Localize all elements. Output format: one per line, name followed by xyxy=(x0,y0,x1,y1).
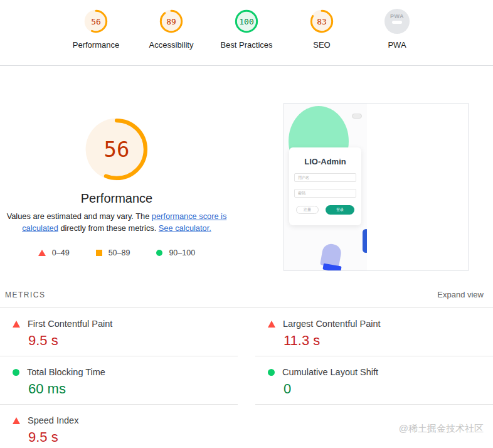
best-practices-score: 100 xyxy=(234,9,259,34)
thumbnail-password-field: 密码 xyxy=(294,189,356,198)
score-legend: 0–49 50–89 90–100 xyxy=(38,248,195,257)
thumbnail-login-button: 登录 xyxy=(326,205,354,215)
legend-range: 0–49 xyxy=(52,248,70,257)
fail-triangle-icon xyxy=(13,417,20,424)
performance-big-score: 56 xyxy=(83,116,150,183)
legend-range: 50–89 xyxy=(109,248,130,257)
see-calculator-link[interactable]: See calculator. xyxy=(159,223,211,233)
metrics-left-column: First Contentful Paint 9.5 s Total Block… xyxy=(0,308,238,448)
seo-gauge: 83 xyxy=(309,9,334,34)
performance-summary-section: 56 Performance Values are estimated and … xyxy=(0,66,493,271)
desc-text: Values are estimated and may vary. The xyxy=(7,211,152,221)
expand-view-button[interactable]: Expand view xyxy=(437,290,484,299)
pwa-dash-icon xyxy=(392,21,402,24)
score-label: Accessibility xyxy=(149,40,194,50)
metric-name: Speed Index xyxy=(28,415,78,425)
thumbnail-app-title: LIO-Admin xyxy=(289,157,361,166)
fail-triangle-icon xyxy=(38,250,46,256)
metric-value: 9.5 s xyxy=(28,429,238,445)
metric-largest-contentful-paint: Largest Contentful Paint 11.3 s xyxy=(255,308,493,356)
score-item-seo[interactable]: 83 SEO xyxy=(284,9,359,50)
page-screenshot-thumbnail: LIO-Admin 用户名 密码 注册 登录 xyxy=(284,104,367,270)
metric-name: Total Blocking Time xyxy=(27,367,105,377)
score-label: Best Practices xyxy=(220,40,272,50)
screenshot-panel: LIO-Admin 用户名 密码 注册 登录 xyxy=(284,103,469,271)
thumbnail-username-field: 用户名 xyxy=(294,173,356,182)
metric-value: 9.5 s xyxy=(28,333,238,349)
legend-item-average: 50–89 xyxy=(96,248,130,257)
legend-item-pass: 90–100 xyxy=(156,248,195,257)
score-label: SEO xyxy=(313,40,330,50)
score-item-performance[interactable]: 56 Performance xyxy=(58,9,134,50)
watermark: @稀土掘金技术社区 xyxy=(399,423,484,435)
thumbnail-login-card: LIO-Admin 用户名 密码 注册 登录 xyxy=(289,147,361,225)
score-item-accessibility[interactable]: 89 Accessibility xyxy=(134,9,209,50)
accessibility-score: 89 xyxy=(159,9,184,34)
metrics-header: METRICS Expand view xyxy=(0,285,493,308)
pass-circle-icon xyxy=(268,369,275,376)
performance-big-gauge: 56 xyxy=(83,116,150,183)
legend-item-fail: 0–49 xyxy=(38,248,70,257)
metric-cumulative-layout-shift: Cumulative Layout Shift 0 xyxy=(255,356,493,405)
legend-range: 90–100 xyxy=(169,248,195,257)
pwa-badge-text: PWA xyxy=(384,13,410,19)
metric-name: Largest Contentful Paint xyxy=(283,319,381,329)
pass-circle-icon xyxy=(13,369,19,376)
metric-value: 11.3 s xyxy=(284,333,493,349)
score-item-pwa[interactable]: PWA PWA xyxy=(359,9,435,50)
page-title: Performance xyxy=(81,191,153,206)
score-label: Performance xyxy=(73,40,119,50)
metric-speed-index: Speed Index 9.5 s xyxy=(0,405,238,448)
metrics-section-title: METRICS xyxy=(5,291,46,299)
performance-summary: 56 Performance Values are estimated and … xyxy=(0,103,233,271)
metric-value: 60 ms xyxy=(28,381,238,397)
fail-triangle-icon xyxy=(268,321,275,328)
scores-header: 56 Performance 89 Accessibility 100 Best… xyxy=(0,0,493,66)
seo-score: 83 xyxy=(309,9,334,34)
score-label: PWA xyxy=(388,40,406,50)
best-practices-gauge: 100 xyxy=(234,9,259,34)
metric-first-contentful-paint: First Contentful Paint 9.5 s xyxy=(0,308,238,356)
thumbnail-toggle xyxy=(352,114,362,119)
performance-score: 56 xyxy=(83,9,109,34)
performance-gauge: 56 xyxy=(83,9,109,34)
score-item-best-practices[interactable]: 100 Best Practices xyxy=(209,9,284,50)
metric-name: First Contentful Paint xyxy=(28,319,112,329)
metric-value: 0 xyxy=(284,381,493,397)
fail-triangle-icon xyxy=(13,321,20,328)
pwa-badge-icon: PWA xyxy=(384,9,410,34)
desc-text: directly from these metrics. xyxy=(58,223,159,233)
metric-name: Cumulative Layout Shift xyxy=(282,367,378,377)
thumbnail-register-button: 注册 xyxy=(296,206,319,214)
accessibility-gauge: 89 xyxy=(159,9,184,34)
score-description: Values are estimated and may vary. The p… xyxy=(6,210,227,234)
average-square-icon xyxy=(96,250,102,256)
thumbnail-blue-pill xyxy=(363,229,367,253)
pass-circle-icon xyxy=(156,250,162,256)
metric-total-blocking-time: Total Blocking Time 60 ms xyxy=(0,356,238,405)
